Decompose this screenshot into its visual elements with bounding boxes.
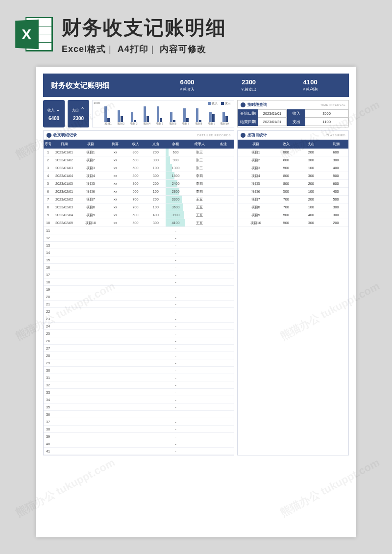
banner: 财务收支记账明细 6400 总收入 2300 总支出 4100 总利润 — [43, 74, 349, 97]
query-expense-value: 1100 — [305, 118, 348, 126]
table-row[interactable]: 102023/02/05项目10xx5003004100王五 — [44, 219, 234, 227]
query-row-start: 开始日期 2023/01/01 收入 3500 — [238, 109, 348, 118]
end-date-input[interactable]: 2023/01/31 — [258, 118, 287, 126]
table-row[interactable]: 26- — [44, 337, 234, 345]
project-stats-table: 项目收入支出利润 项目1800200600项目2600300300项目35001… — [238, 140, 348, 227]
table-row[interactable]: 31- — [44, 374, 234, 381]
table-row[interactable]: 12- — [44, 234, 234, 242]
table-row: 项目5800200600 — [238, 180, 348, 188]
table-row[interactable]: 29- — [44, 359, 234, 367]
table-row: 项目6500100400 — [238, 188, 348, 196]
table-row[interactable]: 24- — [44, 323, 234, 330]
table-row: 项目4800300500 — [238, 172, 348, 180]
table-row[interactable]: 15- — [44, 256, 234, 264]
query-income-value: 3500 — [305, 109, 348, 118]
table-row: 项目3500100400 — [238, 164, 348, 172]
table-row[interactable]: 28- — [44, 352, 234, 359]
table-row[interactable]: 11- — [44, 227, 234, 234]
chevron-down-icon: ⌄ — [56, 106, 60, 112]
table-row[interactable]: 25- — [44, 330, 234, 337]
table-row[interactable]: 40- — [44, 440, 234, 448]
excel-x-letter: X — [15, 20, 39, 50]
table-row[interactable]: 22023/01/02项目2xx600300900张三 — [44, 156, 234, 164]
table-row[interactable]: 23- — [44, 315, 234, 323]
table-row[interactable]: 52023/01/05项目5xx8002002400李四 — [44, 180, 234, 188]
stat-total-income: 6400 总收入 — [156, 78, 218, 92]
excel-icon: X — [15, 15, 53, 53]
table-row: 项目2600300300 — [238, 156, 348, 164]
table-row[interactable]: 33- — [44, 389, 234, 396]
table-row[interactable]: 21- — [44, 301, 234, 308]
sub-format: Excel格式 — [62, 44, 106, 54]
stat-total-profit: 4100 总利润 — [279, 78, 341, 92]
card-expense: 支出 ⌃ 2300 — [68, 100, 89, 127]
table-row: 项目8700100300 — [238, 203, 348, 211]
table-row[interactable]: 72023/02/02项目7xx7002003300王五 — [44, 196, 234, 203]
stat-total-expense: 2300 总支出 — [218, 78, 280, 92]
detail-header: 收支明细记录 DETAILED RECORDS — [44, 131, 234, 140]
table-row[interactable]: 16- — [44, 264, 234, 271]
chevron-up-icon: ⌃ — [80, 106, 85, 112]
table-row: 项目1800200600 — [238, 149, 348, 156]
bar-chart: 1000 收入 支出 项目1项目2项目3项目4项目5项目6项目7项目8项目9项目… — [92, 100, 234, 127]
table-row[interactable]: 42023/01/04项目4xx8003001800李四 — [44, 172, 234, 180]
table-row[interactable]: 32- — [44, 381, 234, 389]
table-row[interactable]: 19- — [44, 286, 234, 293]
legend-swatch-expense — [221, 102, 224, 105]
header-titles: 财务收支记账明细 Excel格式| A4打印| 内容可修改 — [62, 14, 377, 55]
table-row[interactable]: 22- — [44, 308, 234, 315]
query-row-end: 结束日期 2023/01/31 支出 1100 — [238, 118, 348, 126]
summary-cards: 收入 ⌄ 6400 支出 ⌃ 2300 — [43, 100, 89, 127]
table-row[interactable]: 41- — [44, 448, 234, 455]
table-row: 项目7700200500 — [238, 196, 348, 203]
table-row[interactable]: 30- — [44, 367, 234, 374]
table-row[interactable]: 37- — [44, 418, 234, 426]
sub-editable: 内容可修改 — [160, 44, 206, 54]
chart-ymax: 1000 — [94, 101, 100, 104]
time-query-header: 按时段查询 TIME INTERVAL — [238, 101, 348, 109]
banner-title: 财务收支记账明细 — [51, 81, 156, 90]
header-subtitle: Excel格式| A4打印| 内容可修改 — [62, 43, 377, 55]
table-row[interactable]: 62023/02/01项目6xx5001002800李四 — [44, 188, 234, 196]
header-title: 财务收支记账明细 — [62, 14, 377, 41]
table-row: 项目10500300200 — [238, 219, 348, 227]
table-row[interactable]: 36- — [44, 411, 234, 418]
project-stats-header: 按项目统计 CLASSIFIED — [238, 131, 348, 140]
table-row[interactable]: 34- — [44, 396, 234, 403]
table-row: 项目9500400300 — [238, 211, 348, 219]
table-row[interactable]: 32023/01/03项目3xx5001001300张三 — [44, 164, 234, 172]
detail-records-panel: 收支明细记录 DETAILED RECORDS 序号日期项目摘要收入支出余额经手… — [43, 130, 234, 455]
legend-swatch-income — [208, 102, 211, 105]
chart-legend: 收入 支出 — [205, 101, 231, 106]
table-row[interactable]: 35- — [44, 403, 234, 411]
time-query-panel: 按时段查询 TIME INTERVAL 开始日期 2023/01/01 收入 3… — [237, 100, 349, 127]
table-row[interactable]: 14- — [44, 249, 234, 256]
sheet: 财务收支记账明细 6400 总收入 2300 总支出 4100 总利润 收入 ⌄… — [36, 67, 356, 537]
sub-print: A4打印 — [118, 44, 148, 54]
detail-table: 序号日期项目摘要收入支出余额经手人备注 12023/01/01项目1xx8002… — [44, 140, 234, 455]
table-row[interactable]: 38- — [44, 426, 234, 433]
table-row[interactable]: 12023/01/01项目1xx800200600张三 — [44, 149, 234, 156]
table-row[interactable]: 18- — [44, 278, 234, 286]
start-date-input[interactable]: 2023/01/01 — [258, 109, 287, 118]
table-row[interactable]: 13- — [44, 242, 234, 249]
table-row[interactable]: 39- — [44, 433, 234, 440]
card-income: 收入 ⌄ 6400 — [43, 100, 65, 127]
table-row[interactable]: 27- — [44, 345, 234, 352]
table-row[interactable]: 20- — [44, 293, 234, 301]
table-row[interactable]: 92023/02/04项目9xx5004003900王五 — [44, 211, 234, 219]
table-row[interactable]: 82023/02/03项目8xx7001003600王五 — [44, 203, 234, 211]
project-stats-panel: 按项目统计 CLASSIFIED 项目收入支出利润 项目1800200600项目… — [237, 130, 349, 455]
table-row[interactable]: 17- — [44, 271, 234, 278]
page-header: X 财务收支记账明细 Excel格式| A4打印| 内容可修改 — [0, 0, 392, 64]
